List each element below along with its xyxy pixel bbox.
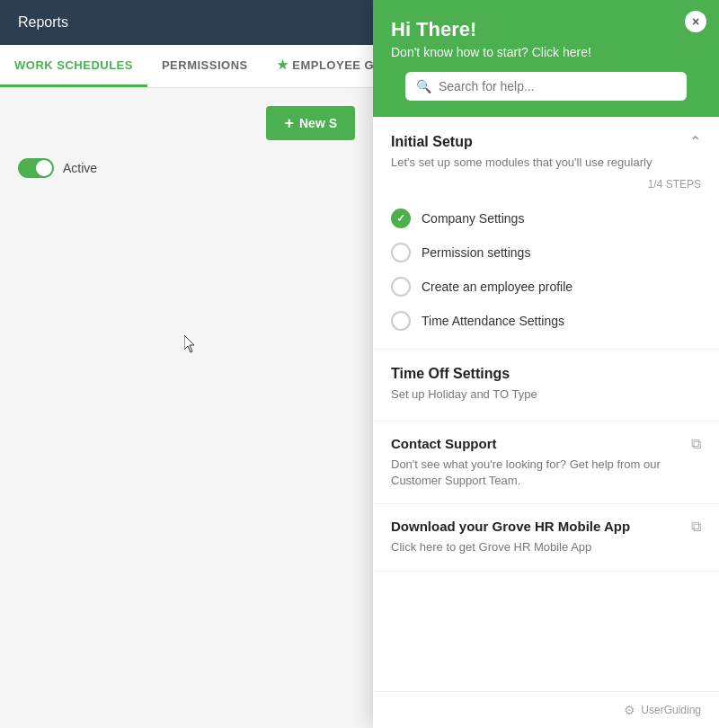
help-header: × Hi There! Don't know how to start? Cli… — [373, 0, 719, 117]
tab-permissions-label: PERMISSIONS — [162, 58, 248, 72]
new-schedule-button[interactable]: + New S — [266, 106, 355, 140]
mobile-app-title: Download your Grove HR Mobile App — [391, 519, 630, 534]
mobile-app-desc: Click here to get Grove HR Mobile App — [391, 539, 630, 555]
help-body: Initial Setup ⌃ Let's set up some module… — [373, 117, 719, 691]
step-circle-employee — [391, 277, 411, 297]
help-greeting: Hi There! — [391, 18, 701, 41]
external-link-icon-2: ⧉ — [691, 519, 701, 535]
time-off-desc: Set up Holiday and TO Type — [391, 387, 701, 401]
steps-progress: 1/4 STEPS — [391, 178, 701, 191]
tab-work-schedules-label: WORK SCHEDULES — [14, 58, 133, 72]
contact-support-title: Contact Support — [391, 436, 684, 451]
tab-permissions[interactable]: PERMISSIONS — [147, 45, 262, 87]
step-label-company: Company Settings — [422, 211, 524, 226]
content-area: + New S Active — [0, 88, 373, 728]
mobile-app-link[interactable]: Download your Grove HR Mobile App Click … — [373, 504, 719, 571]
top-bar: Reports — [0, 0, 373, 45]
active-toggle-label: Active — [63, 161, 97, 175]
close-button[interactable]: × — [685, 11, 706, 32]
search-box[interactable]: 🔍 — [405, 72, 687, 101]
help-subtitle: Don't know how to start? Click here! — [391, 45, 701, 59]
mobile-app-content: Download your Grove HR Mobile App Click … — [391, 519, 630, 555]
star-icon: ★ — [277, 58, 289, 72]
step-item-permission[interactable]: Permission settings — [391, 235, 701, 270]
contact-support-link[interactable]: Contact Support Don't see what you're lo… — [373, 422, 719, 504]
initial-setup-section: Initial Setup ⌃ Let's set up some module… — [373, 117, 719, 350]
chevron-up-icon[interactable]: ⌃ — [689, 133, 701, 150]
step-circle-permission — [391, 243, 411, 262]
external-link-icon: ⧉ — [691, 436, 701, 452]
plus-icon: + — [284, 115, 294, 131]
active-toggle-row: Active — [18, 158, 355, 178]
time-off-title: Time Off Settings — [391, 366, 701, 382]
step-item-company[interactable]: Company Settings — [391, 201, 701, 235]
userguiding-footer: ⚙ UserGuiding — [373, 691, 719, 728]
step-item-employee[interactable]: Create an employee profile — [391, 270, 701, 304]
userguiding-icon: ⚙ — [624, 703, 635, 717]
step-item-attendance[interactable]: Time Attendance Settings — [391, 304, 701, 338]
initial-setup-header: Initial Setup ⌃ — [391, 133, 701, 150]
step-circle-company — [391, 209, 411, 228]
help-panel: × Hi There! Don't know how to start? Cli… — [373, 0, 719, 728]
step-label-attendance: Time Attendance Settings — [422, 314, 564, 328]
time-off-section: Time Off Settings Set up Holiday and TO … — [373, 350, 719, 422]
userguiding-label: UserGuiding — [641, 704, 701, 716]
initial-setup-title: Initial Setup — [391, 134, 473, 150]
step-label-permission: Permission settings — [422, 245, 530, 260]
active-toggle[interactable] — [18, 158, 54, 178]
search-input[interactable] — [439, 79, 676, 93]
tabs-bar: WORK SCHEDULES PERMISSIONS ★ EMPLOYEE GR… — [0, 45, 373, 88]
contact-support-desc: Don't see what you're looking for? Get h… — [391, 457, 684, 489]
step-label-employee: Create an employee profile — [422, 280, 573, 294]
tab-work-schedules[interactable]: WORK SCHEDULES — [0, 45, 147, 87]
contact-support-content: Contact Support Don't see what you're lo… — [391, 436, 684, 489]
step-circle-attendance — [391, 311, 411, 331]
initial-setup-desc: Let's set up some modules that you'll us… — [391, 155, 701, 169]
new-schedule-label: New S — [299, 116, 337, 130]
close-icon: × — [692, 14, 699, 29]
main-app-panel: Reports WORK SCHEDULES PERMISSIONS ★ EMP… — [0, 0, 373, 728]
app-title: Reports — [18, 14, 68, 31]
search-icon: 🔍 — [416, 79, 431, 93]
